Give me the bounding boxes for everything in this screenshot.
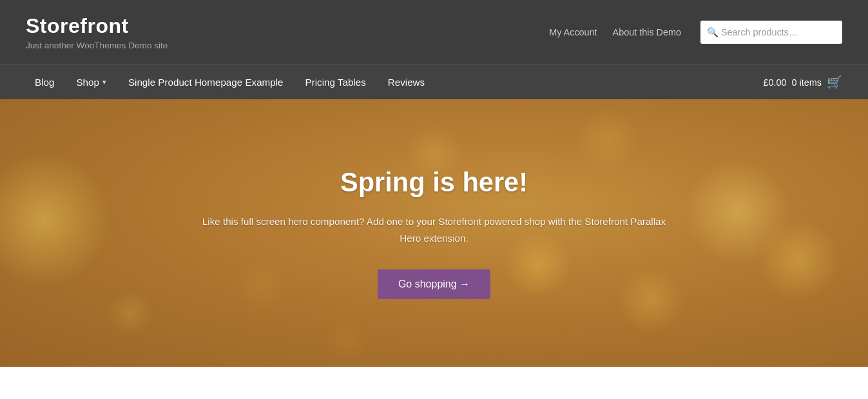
nav-reviews[interactable]: Reviews <box>379 73 434 92</box>
hero-title: Spring is here! <box>202 167 666 198</box>
about-demo-link[interactable]: About this Demo <box>613 27 681 37</box>
nav-blog-label: Blog <box>35 77 54 88</box>
hero-cta-button[interactable]: Go shopping → <box>378 269 490 299</box>
cart-items-count: 0 items <box>792 77 822 88</box>
top-nav-search-area: My Account About this Demo 🔍 <box>549 21 842 44</box>
site-header: Storefront Just another WooThemes Demo s… <box>0 0 868 64</box>
site-branding: Storefront Just another WooThemes Demo s… <box>26 14 168 50</box>
cart-icon: 🛒 <box>827 75 842 90</box>
search-box: 🔍 <box>700 21 842 44</box>
nav-pricing-tables-label: Pricing Tables <box>305 77 366 88</box>
top-nav: My Account About this Demo <box>549 27 681 37</box>
hero-description: Like this full screen hero component? Ad… <box>202 213 666 247</box>
cart-area[interactable]: £0.00 0 items 🛒 <box>764 75 842 90</box>
nav-pricing-tables[interactable]: Pricing Tables <box>296 73 375 92</box>
nav-reviews-label: Reviews <box>388 77 425 88</box>
my-account-link[interactable]: My Account <box>549 27 597 37</box>
site-tagline: Just another WooThemes Demo site <box>26 41 168 50</box>
cart-price: £0.00 <box>764 77 787 88</box>
nav-single-product[interactable]: Single Product Homepage Example <box>119 73 293 92</box>
hero-content: Spring is here! Like this full screen he… <box>189 167 679 300</box>
nav-single-product-label: Single Product Homepage Example <box>128 77 284 88</box>
shop-chevron-icon: ▾ <box>102 78 106 86</box>
site-title: Storefront <box>26 14 168 38</box>
main-nav: Blog Shop ▾ Single Product Homepage Exam… <box>26 73 434 92</box>
main-nav-bar: Blog Shop ▾ Single Product Homepage Exam… <box>0 64 868 99</box>
search-input[interactable] <box>700 21 842 44</box>
nav-shop[interactable]: Shop ▾ <box>67 73 115 92</box>
hero-section: Spring is here! Like this full screen he… <box>0 99 868 367</box>
nav-shop-label: Shop <box>76 77 99 88</box>
search-icon: 🔍 <box>707 27 719 38</box>
nav-blog[interactable]: Blog <box>26 73 63 92</box>
